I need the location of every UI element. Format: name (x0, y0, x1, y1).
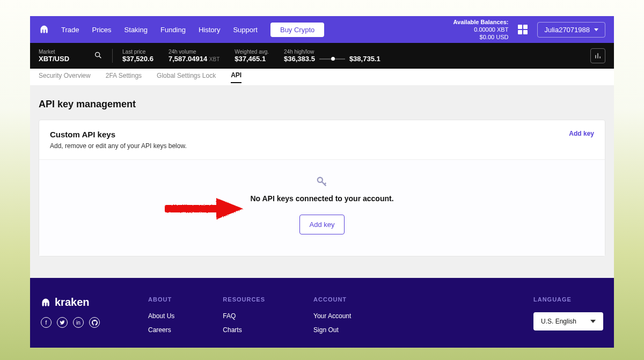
range-slider (319, 58, 345, 60)
footer-about-col: ABOUT About Us Careers (148, 296, 174, 340)
footer-link-charts[interactable]: Charts (223, 326, 265, 334)
market-bar: Market XBT/USD Last price $37,520.6 24h … (30, 43, 614, 69)
volume-value: 7,587.04914 XBT (169, 55, 219, 63)
user-label: Julia27071988 (544, 26, 590, 34)
tab-security-overview[interactable]: Security Overview (39, 72, 91, 83)
balances-display: Available Balances: 0.00000 XBT $0.00 US… (453, 18, 509, 41)
buy-crypto-button[interactable]: Buy Crypto (270, 23, 324, 37)
balance-xbt: 0.00000 XBT (453, 26, 509, 33)
balances-title: Available Balances: (453, 18, 509, 26)
apps-grid-icon[interactable] (517, 24, 529, 35)
api-keys-card: Custom API keys Add, remove or edit any … (39, 120, 605, 256)
range-low: $36,383.5 (284, 55, 315, 63)
page-title: API key management (39, 99, 605, 110)
footer-resources-col: RESOURCES FAQ Charts (223, 296, 265, 340)
balance-usd: $0.00 USD (453, 33, 509, 41)
nav-history[interactable]: History (199, 26, 220, 34)
kraken-logo-icon[interactable] (39, 24, 50, 35)
footer: kraken f in ABOUT About Us Careers RESOU… (30, 278, 614, 348)
tab-global-settings-lock[interactable]: Global Settings Lock (157, 72, 216, 83)
market-pair-col: Market XBT/USD (39, 49, 69, 63)
empty-state-message: No API keys connected to your account. (50, 194, 594, 203)
footer-link-sign-out[interactable]: Sign Out (313, 326, 351, 334)
svg-line-7 (325, 183, 326, 185)
svg-point-0 (96, 53, 100, 57)
security-tabs: Security Overview 2FA Settings Global Se… (30, 69, 614, 86)
nav-links: Trade Prices Staking Funding History Sup… (61, 26, 258, 34)
footer-language-col: LANGUAGE U.S. English (533, 296, 603, 340)
weighted-value: $37,465.1 (235, 55, 269, 63)
caret-down-icon (594, 28, 598, 31)
tab-2fa-settings[interactable]: 2FA Settings (106, 72, 142, 83)
card-subtitle: Add, remove or edit any of your API keys… (50, 142, 187, 150)
weighted-col: Weighted avg. $37,465.1 (235, 49, 269, 63)
chevron-down-icon (590, 320, 596, 323)
linkedin-icon[interactable]: in (73, 317, 84, 328)
social-links: f in (41, 317, 100, 328)
nav-prices[interactable]: Prices (92, 26, 111, 34)
user-menu-button[interactable]: Julia27071988 (537, 22, 605, 38)
add-key-button[interactable]: Add key (299, 215, 345, 234)
card-title: Custom API keys (50, 130, 187, 139)
nav-staking[interactable]: Staking (125, 26, 148, 34)
footer-account-col: ACCOUNT Your Account Sign Out (313, 296, 351, 340)
nav-support[interactable]: Support (233, 26, 258, 34)
page-content: API key management Custom API keys Add, … (30, 86, 614, 278)
key-icon (316, 176, 328, 190)
market-label: Market (39, 49, 69, 55)
tab-api[interactable]: API (231, 71, 241, 83)
range-high: $38,735.1 (349, 55, 380, 63)
market-pair: XBT/USD (39, 55, 69, 63)
footer-brand: kraken (41, 296, 100, 308)
add-key-link[interactable]: Add key (569, 130, 594, 137)
svg-line-1 (99, 56, 101, 58)
nav-trade[interactable]: Trade (61, 26, 79, 34)
search-icon[interactable] (94, 51, 103, 61)
footer-link-faq[interactable]: FAQ (223, 312, 265, 320)
language-select[interactable]: U.S. English (533, 312, 603, 330)
twitter-icon[interactable] (57, 317, 68, 328)
nav-funding[interactable]: Funding (160, 26, 186, 34)
volume-col: 24h volume 7,587.04914 XBT (169, 49, 219, 63)
footer-link-your-account[interactable]: Your Account (313, 312, 351, 320)
top-nav: Trade Prices Staking Funding History Sup… (30, 16, 614, 43)
facebook-icon[interactable]: f (41, 317, 52, 328)
chart-button[interactable] (590, 48, 605, 63)
footer-link-about-us[interactable]: About Us (148, 312, 174, 320)
svg-rect-8 (165, 205, 219, 212)
github-icon[interactable] (89, 317, 100, 328)
last-price-col: Last price $37,520.6 (122, 49, 153, 63)
footer-link-careers[interactable]: Careers (148, 326, 174, 334)
last-price: $37,520.6 (122, 55, 153, 63)
range-col: 24h high/low $36,383.5 $38,735.1 (284, 49, 380, 63)
